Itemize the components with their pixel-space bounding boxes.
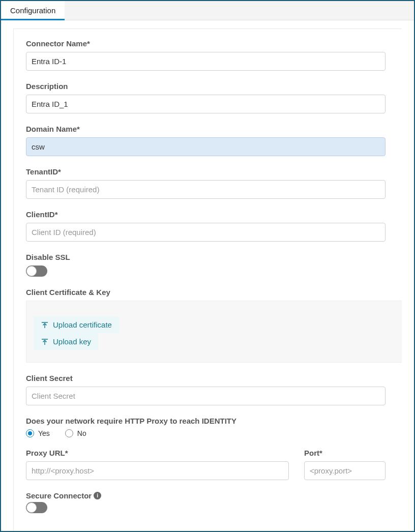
- field-tenant-id: TenantID*: [26, 167, 402, 199]
- domain-name-input[interactable]: [26, 137, 386, 156]
- tab-bar: Configuration: [1, 1, 414, 20]
- client-secret-input[interactable]: [26, 387, 386, 405]
- field-cert-key: Client Certificate & Key Upload certific…: [26, 288, 402, 363]
- port-input[interactable]: [304, 461, 386, 480]
- connector-name-label: Connector Name*: [26, 39, 386, 48]
- field-domain-name: Domain Name*: [26, 125, 402, 156]
- upload-icon: [41, 321, 49, 329]
- upload-key-label: Upload key: [53, 337, 91, 346]
- secure-connector-label: Secure Connector: [26, 491, 92, 500]
- proxy-row: Proxy URL* Port*: [26, 449, 402, 491]
- field-secure-connector: Secure Connector i: [26, 491, 402, 513]
- field-client-secret: Client Secret: [26, 374, 402, 405]
- cert-box: Upload certificate Upload key: [26, 301, 402, 363]
- info-icon[interactable]: i: [94, 492, 101, 499]
- port-label: Port*: [304, 449, 386, 457]
- upload-certificate-button[interactable]: Upload certificate: [34, 316, 119, 333]
- upload-key-button[interactable]: Upload key: [34, 333, 98, 350]
- field-connector-name: Connector Name*: [26, 39, 402, 71]
- domain-name-label: Domain Name*: [26, 125, 386, 133]
- proxy-radio-no[interactable]: No: [65, 429, 86, 437]
- client-secret-label: Client Secret: [26, 374, 386, 382]
- field-disable-ssl: Disable SSL: [26, 253, 402, 277]
- tenant-id-label: TenantID*: [26, 167, 386, 176]
- field-description: Description: [26, 82, 402, 113]
- toggle-knob: [26, 503, 37, 513]
- form-content: Connector Name* Description Domain Name*…: [13, 28, 402, 532]
- field-client-id: ClientID*: [26, 210, 402, 242]
- disable-ssl-toggle[interactable]: [26, 265, 47, 277]
- client-id-label: ClientID*: [26, 210, 386, 219]
- proxy-url-input[interactable]: [26, 461, 289, 480]
- proxy-radio-group: Yes No: [26, 429, 386, 437]
- secure-connector-toggle[interactable]: [26, 502, 47, 513]
- field-port: Port*: [304, 449, 386, 480]
- proxy-yes-label: Yes: [38, 429, 50, 437]
- field-proxy-question: Does your network require HTTP Proxy to …: [26, 417, 402, 437]
- disable-ssl-label: Disable SSL: [26, 253, 386, 261]
- proxy-question-label: Does your network require HTTP Proxy to …: [26, 417, 386, 425]
- proxy-radio-yes[interactable]: Yes: [26, 429, 50, 437]
- field-proxy-url: Proxy URL*: [26, 449, 289, 480]
- proxy-url-label: Proxy URL*: [26, 449, 289, 457]
- upload-icon: [41, 338, 49, 346]
- radio-circle: [65, 429, 73, 437]
- tenant-id-input[interactable]: [26, 180, 386, 199]
- upload-certificate-label: Upload certificate: [53, 320, 112, 329]
- description-input[interactable]: [26, 95, 386, 113]
- description-label: Description: [26, 82, 386, 91]
- connector-name-input[interactable]: [26, 52, 386, 71]
- tab-configuration[interactable]: Configuration: [1, 1, 65, 20]
- cert-key-label: Client Certificate & Key: [26, 288, 402, 297]
- radio-dot: [28, 431, 32, 435]
- radio-circle: [26, 429, 34, 437]
- proxy-no-label: No: [77, 429, 86, 437]
- client-id-input[interactable]: [26, 223, 386, 242]
- toggle-knob: [26, 266, 37, 276]
